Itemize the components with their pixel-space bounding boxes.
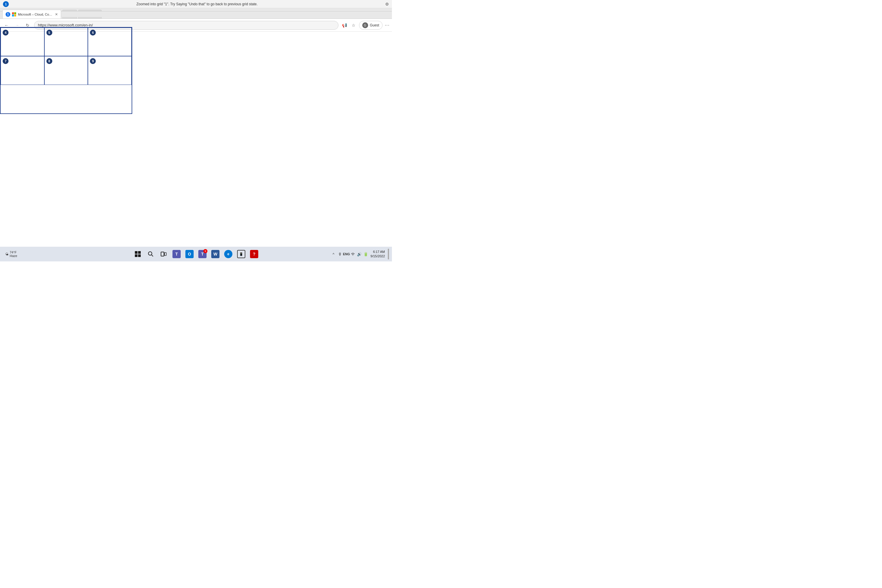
svg-rect-15 — [165, 253, 166, 255]
teams-badge-icon[interactable]: T 9 — [197, 249, 208, 260]
windows-start-icon[interactable] — [132, 249, 143, 260]
date-display: 9/15/2022 — [371, 254, 385, 258]
svg-rect-14 — [161, 252, 164, 256]
grid-notification: Zoomed into grid "1". Try Saying "Undo t… — [9, 2, 385, 6]
svg-line-13 — [152, 255, 153, 256]
more-options-icon[interactable]: ··· — [385, 22, 389, 28]
svg-rect-10 — [135, 254, 138, 257]
cortana-icon[interactable]: 1 — [3, 1, 9, 7]
taskbar-search-icon[interactable] — [145, 249, 156, 260]
tab-1-close[interactable]: ✕ — [55, 12, 58, 16]
grid-cell-8[interactable]: 8 — [44, 56, 88, 85]
taskbar-right: ^ 🎙 ENG 🔊 🔋 6:17 AM 9/15/2022 — [260, 249, 389, 260]
weather-widget[interactable]: 🌤 74°F Haze — [3, 249, 20, 259]
tab-1-label: Microsoft – Cloud, Computer... — [18, 13, 53, 16]
svg-rect-0 — [12, 12, 14, 14]
tab-1-badge: 1 — [6, 12, 10, 17]
battery-icon[interactable]: 🔋 — [363, 251, 369, 257]
grid-cell-9[interactable]: 9 — [88, 56, 132, 85]
unknown-app-icon[interactable]: ? — [249, 249, 260, 260]
grid-overlay: 4 5 6 7 8 9 — [0, 27, 132, 114]
top-bar: 1 Zoomed into grid "1". Try Saying "Undo… — [0, 0, 392, 8]
show-desktop-icon[interactable] — [388, 249, 389, 260]
top-bar-left: 1 — [3, 1, 9, 7]
word-taskbar-icon[interactable]: W — [210, 249, 221, 260]
svg-rect-9 — [138, 251, 141, 254]
favorites-icon[interactable]: ☆ — [350, 22, 357, 29]
grid-cell-4[interactable]: 4 — [1, 28, 44, 56]
teams-chat-icon[interactable]: T — [171, 249, 182, 260]
url-text: https://www.microsoft.com/en-in/ — [38, 23, 93, 27]
grid-cell-5[interactable]: 5 — [44, 28, 88, 56]
grid-number-9: 9 — [90, 58, 96, 64]
svg-rect-1 — [14, 12, 17, 14]
svg-point-12 — [148, 252, 152, 255]
task-view-icon[interactable] — [158, 249, 169, 260]
grid-number-8: 8 — [47, 58, 52, 64]
edge-taskbar-icon[interactable]: e — [223, 249, 234, 260]
taskbar-center: T O T 9 W e 📱 ? — [132, 249, 260, 260]
language-icon[interactable]: ENG — [343, 251, 349, 257]
taskbar-left: 🌤 74°F Haze — [3, 249, 132, 259]
wifi-icon[interactable] — [350, 251, 356, 257]
grid-cell-6[interactable]: 6 — [88, 28, 132, 56]
grid-number-7: 7 — [3, 58, 9, 64]
taskbar: 🌤 74°F Haze — [0, 247, 392, 261]
grid-number-6: 6 — [90, 30, 96, 36]
volume-icon[interactable]: 🔊 — [356, 251, 362, 257]
phone-link-icon[interactable]: 📱 — [236, 249, 247, 260]
chevron-up-icon[interactable]: ^ — [331, 251, 337, 257]
weather-icon: 🌤 — [5, 252, 9, 256]
weather-condition: Haze — [10, 254, 17, 258]
top-bar-right: ⚙ — [385, 2, 389, 6]
mic-icon[interactable]: 🎙 — [337, 251, 343, 257]
teams-badge-count: 9 — [203, 249, 207, 253]
system-tray: ^ 🎙 ENG 🔊 🔋 — [331, 251, 369, 257]
tab-1[interactable]: 1 Microsoft – Cloud, Computer... ✕ — [2, 10, 61, 18]
grid-cell-7[interactable]: 7 — [1, 56, 44, 85]
read-aloud-icon[interactable]: 📢 — [341, 22, 348, 29]
outlook-taskbar-icon[interactable]: O — [184, 249, 195, 260]
address-right: 📢 ☆ G Guest ··· — [341, 21, 389, 30]
svg-rect-8 — [135, 251, 138, 254]
grid-number-5: 5 — [47, 30, 52, 36]
browser-frame: 1 Microsoft – Cloud, Computer... ✕ 2 3 +… — [0, 8, 392, 32]
svg-rect-2 — [12, 14, 14, 16]
svg-rect-11 — [138, 254, 141, 257]
settings-icon[interactable]: ⚙ — [385, 2, 389, 6]
guest-label: Guest — [370, 23, 379, 27]
guest-button[interactable]: G Guest — [359, 21, 383, 30]
grid-number-4: 4 — [3, 30, 9, 36]
clock[interactable]: 6:17 AM 9/15/2022 — [371, 250, 385, 259]
weather-temp: 74°F — [10, 250, 17, 254]
time-display: 6:17 AM — [371, 250, 385, 254]
guest-avatar: G — [362, 22, 368, 28]
svg-rect-3 — [14, 14, 17, 16]
tab-1-favicon — [12, 12, 16, 16]
